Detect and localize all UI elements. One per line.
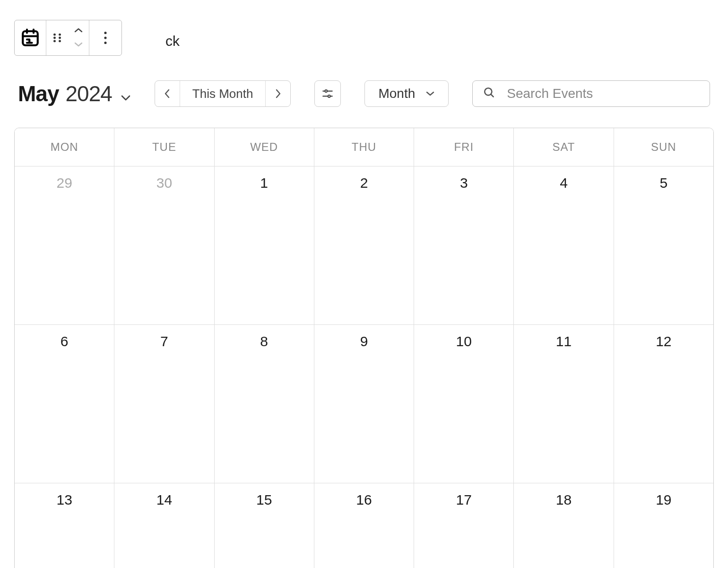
day-cell[interactable]: 14 (114, 483, 214, 568)
block-type-button[interactable] (15, 20, 46, 55)
day-cell[interactable]: 17 (414, 483, 514, 568)
day-cell[interactable]: 1 (215, 166, 314, 325)
block-drag-handle[interactable] (46, 20, 68, 55)
this-month-button[interactable]: This Month (180, 81, 266, 106)
day-cell[interactable]: 2 (314, 166, 414, 325)
calendar-grid: MON TUE WED THU FRI SAT SUN 293012345678… (14, 128, 714, 568)
next-period-button[interactable] (266, 81, 290, 106)
trailing-text: ck (165, 33, 180, 49)
calendar-header: May 2024 This Month Month (18, 80, 710, 107)
day-cell[interactable]: 18 (514, 483, 614, 568)
day-cell[interactable]: 8 (215, 325, 314, 483)
filter-button[interactable] (314, 80, 341, 107)
svg-point-1 (53, 34, 56, 36)
day-cell[interactable]: 13 (15, 483, 114, 568)
svg-line-15 (491, 94, 494, 96)
view-select-label: Month (378, 86, 415, 101)
svg-point-3 (53, 37, 56, 39)
prev-period-button[interactable] (155, 81, 180, 106)
svg-point-7 (104, 32, 106, 34)
weekday-header: SAT (514, 128, 614, 166)
day-cell[interactable]: 19 (614, 483, 713, 568)
search-events-input[interactable] (507, 86, 699, 101)
title-year: 2024 (65, 81, 112, 106)
svg-point-9 (104, 42, 106, 44)
day-cell[interactable]: 3 (414, 166, 514, 325)
weekday-header: MON (15, 128, 114, 166)
weekday-header: SUN (614, 128, 713, 166)
day-cell[interactable]: 15 (215, 483, 314, 568)
weekday-header-row: MON TUE WED THU FRI SAT SUN (15, 128, 713, 166)
day-cell[interactable]: 29 (15, 166, 114, 325)
weekday-header: THU (314, 128, 414, 166)
move-down-button[interactable] (74, 41, 83, 49)
day-cell[interactable]: 10 (414, 325, 514, 483)
move-up-button[interactable] (74, 26, 83, 35)
svg-point-2 (59, 34, 61, 36)
calendar-block-icon (20, 28, 40, 48)
svg-point-4 (59, 37, 61, 39)
day-cell[interactable]: 30 (114, 166, 214, 325)
view-select[interactable]: Month (364, 80, 449, 107)
day-cell[interactable]: 7 (114, 325, 214, 483)
day-cell[interactable]: 16 (314, 483, 414, 568)
week-row: 13141516171819 (15, 483, 713, 568)
svg-point-8 (104, 36, 106, 39)
week-row: 6789101112 (15, 325, 713, 483)
svg-point-5 (53, 40, 56, 42)
week-row: 293012345 (15, 166, 713, 325)
svg-point-13 (328, 95, 330, 97)
date-nav-group: This Month (155, 80, 291, 107)
day-cell[interactable]: 5 (614, 166, 713, 325)
block-more-button[interactable] (89, 20, 121, 55)
search-icon (483, 87, 495, 101)
day-cell[interactable]: 6 (15, 325, 114, 483)
weekday-header: TUE (114, 128, 214, 166)
day-cell[interactable]: 11 (514, 325, 614, 483)
more-vertical-icon (104, 31, 107, 44)
block-move-group (68, 20, 89, 55)
weekday-header: WED (215, 128, 314, 166)
search-events-group (472, 80, 710, 107)
svg-point-6 (59, 40, 61, 42)
day-cell[interactable]: 12 (614, 325, 713, 483)
drag-handle-icon (52, 33, 62, 43)
chevron-down-icon (119, 95, 131, 103)
month-year-selector[interactable]: May 2024 (18, 81, 131, 106)
day-cell[interactable]: 4 (514, 166, 614, 325)
title-month: May (18, 81, 59, 106)
weekday-header: FRI (414, 128, 514, 166)
block-toolbar (14, 20, 122, 56)
svg-point-11 (325, 90, 328, 92)
day-cell[interactable]: 9 (314, 325, 414, 483)
